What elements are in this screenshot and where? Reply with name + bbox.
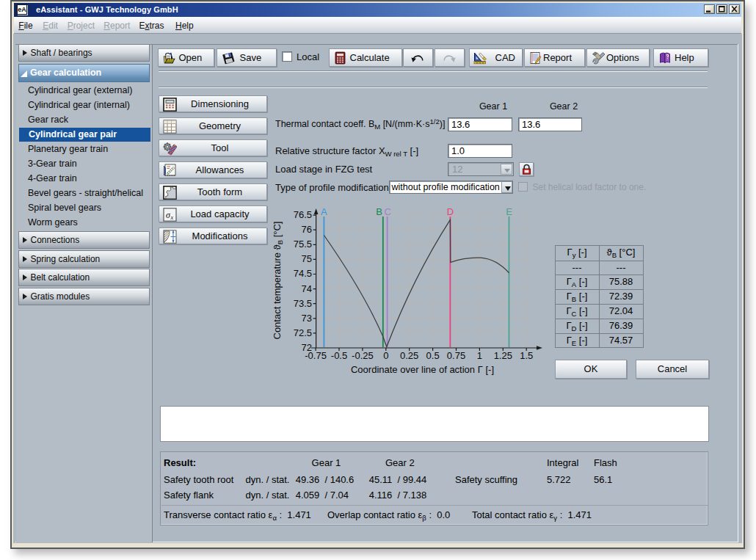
svg-text:76.5: 76.5	[294, 209, 312, 220]
svg-text:-0.75: -0.75	[305, 350, 327, 361]
svg-text:Coordinate over line of action: Coordinate over line of action Γ [-]	[351, 364, 494, 375]
svg-text:D: D	[447, 206, 454, 217]
svg-text:0.75: 0.75	[447, 350, 465, 361]
svg-text:72.5: 72.5	[294, 327, 312, 338]
svg-text:0: 0	[383, 350, 388, 361]
svg-text:-0.5: -0.5	[331, 350, 347, 361]
svg-text:0.25: 0.25	[400, 350, 418, 361]
svg-text:75: 75	[302, 253, 312, 264]
svg-text:1.25: 1.25	[494, 350, 512, 361]
svg-text:1: 1	[477, 350, 482, 361]
svg-text:A: A	[321, 206, 327, 217]
svg-text:B: B	[376, 206, 382, 217]
svg-text:x: x	[170, 214, 174, 221]
svg-text:74: 74	[302, 283, 312, 294]
svg-text:75.5: 75.5	[294, 239, 312, 250]
svg-text:73: 73	[302, 313, 312, 324]
svg-text:76: 76	[302, 224, 312, 235]
svg-text:Contact temperature ϑB [°C]: Contact temperature ϑB [°C]	[272, 221, 284, 339]
svg-text:E: E	[506, 206, 512, 217]
svg-text:0.5: 0.5	[426, 350, 440, 361]
svg-text:73.5: 73.5	[294, 298, 312, 309]
svg-text:1.5: 1.5	[520, 350, 533, 361]
svg-text:C: C	[385, 206, 391, 217]
svg-text:74.5: 74.5	[294, 268, 312, 279]
svg-text:-0.25: -0.25	[352, 350, 374, 361]
